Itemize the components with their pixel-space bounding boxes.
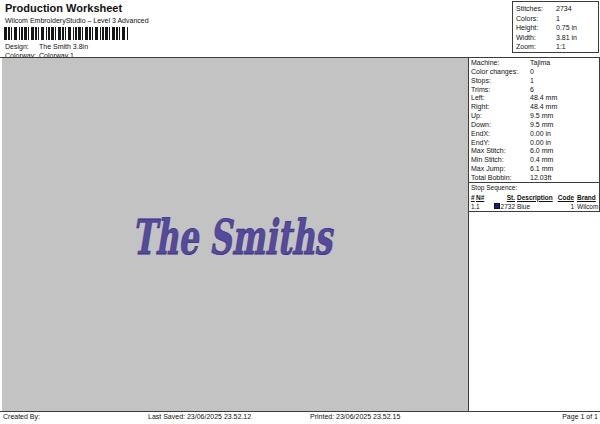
summary-label: Stitches:: [516, 4, 556, 14]
machine-label: Down:: [471, 121, 530, 130]
machine-value: 0.4 mm: [530, 156, 553, 163]
machine-row: Max Stitch:6.0 mm: [471, 147, 599, 156]
design-label: Design:: [5, 43, 39, 51]
design-name-row: Design:The Smith 3.8in: [5, 43, 88, 51]
summary-value: 0.75 in: [556, 24, 577, 31]
stop-description: Blue: [515, 202, 555, 211]
thread-color-swatch-icon: [494, 203, 500, 209]
machine-row: EndY:0.00 in: [471, 139, 599, 148]
machine-row: Max Jump:6.1 mm: [471, 165, 599, 174]
machine-value: 0: [530, 68, 534, 75]
stop-sequence-row: 1. 1 2732 Blue 1 Wilcom: [469, 202, 599, 211]
machine-row: Machine:Tajima: [471, 59, 599, 68]
stop-sequence-title: Stop Sequence:: [469, 184, 599, 193]
summary-value: 1:1: [556, 43, 566, 50]
machine-label: Left:: [471, 94, 530, 103]
stop-brand: Wilcom: [574, 202, 599, 211]
machine-value: 0.00 in: [530, 130, 551, 137]
summary-label: Colors:: [516, 14, 556, 24]
machine-value: 48.4 mm: [530, 94, 557, 101]
summary-label: Width:: [516, 33, 556, 43]
summary-row-stitches: Stitches:2734: [516, 4, 598, 14]
summary-row-width: Width:3.81 in: [516, 33, 598, 43]
page-title: Production Worksheet: [5, 2, 122, 14]
footer-last-saved: Last Saved: 23/06/2025 23.52.12: [148, 413, 251, 420]
machine-row: Left:48.4 mm: [471, 94, 599, 103]
stop-needle: 1: [476, 202, 489, 211]
machine-value: 6.0 mm: [530, 147, 553, 154]
summary-label: Height:: [516, 23, 556, 33]
machine-label: Total Bobbin:: [471, 174, 530, 183]
machine-row: Trims:6: [471, 86, 599, 95]
summary-row-zoom: Zoom:1:1: [516, 42, 598, 52]
summary-row-colors: Colors:1: [516, 14, 598, 24]
machine-row: Total Bobbin:12.03ft: [471, 174, 599, 183]
footer-divider: [0, 411, 600, 412]
machine-row: Min Stitch:0.4 mm: [471, 156, 599, 165]
machine-row: Right:48.4 mm: [471, 103, 599, 112]
embroidery-design-preview: The Smiths: [2, 58, 468, 411]
stop-num: 1.: [469, 202, 476, 211]
machine-row: Stops:1: [471, 77, 599, 86]
machine-label: Stops:: [471, 77, 530, 86]
machine-value: 6: [530, 86, 534, 93]
col-header-stitches: St.: [489, 193, 515, 202]
col-header-code: Code: [555, 193, 574, 202]
machine-row: EndX:0.00 in: [471, 130, 599, 139]
machine-label: Right:: [471, 103, 530, 112]
machine-value: 1: [530, 77, 534, 84]
machine-label: Max Stitch:: [471, 147, 530, 156]
summary-value: 2734: [556, 5, 572, 12]
machine-value: 12.03ft: [530, 174, 551, 181]
footer-page-number: Page 1 of 1: [562, 413, 598, 420]
machine-row: Down:9.5 mm: [471, 121, 599, 130]
machine-label: Min Stitch:: [471, 156, 530, 165]
barcode-icon: [4, 27, 128, 40]
machine-label: EndX:: [471, 130, 530, 139]
machine-value: 48.4 mm: [530, 103, 557, 110]
machine-value: 9.5 mm: [530, 112, 553, 119]
machine-value: 6.1 mm: [530, 165, 553, 172]
summary-row-height: Height:0.75 in: [516, 23, 598, 33]
stop-stitch-cell: 2732: [489, 202, 515, 211]
col-header-description: Description: [515, 193, 555, 202]
design-preview-canvas: The Smiths: [2, 58, 468, 411]
design-summary-box: Stitches:2734 Colors:1 Height:0.75 in Wi…: [512, 1, 599, 53]
machine-label: Up:: [471, 112, 530, 121]
machine-label: Trims:: [471, 86, 530, 95]
footer-printed: Printed: 23/06/2025 23.52.15: [310, 413, 400, 420]
app-version-subtitle: Wilcom EmbroideryStudio – Level 3 Advanc…: [5, 17, 149, 24]
machine-label: Max Jump:: [471, 165, 530, 174]
summary-label: Zoom:: [516, 42, 556, 52]
footer-created-by: Created By:: [3, 413, 40, 420]
stop-sequence-header-row: # N# St. Description Code Brand: [469, 193, 599, 202]
stop-code: 1: [555, 202, 574, 211]
machine-info-panel: Machine:Tajima Color changes:0 Stops:1 T…: [469, 58, 600, 183]
machine-row: Color changes:0: [471, 68, 599, 77]
machine-label: EndY:: [471, 139, 530, 148]
design-text: The Smiths: [132, 209, 334, 265]
machine-label: Machine:: [471, 59, 530, 68]
summary-value: 1: [556, 15, 560, 22]
stop-stitch-count: 2732: [501, 202, 515, 211]
col-header-brand: Brand: [574, 193, 599, 202]
design-value: The Smith 3.8in: [39, 43, 88, 50]
stop-sequence-panel: Stop Sequence: # N# St. Description Code…: [469, 183, 600, 212]
machine-value: Tajima: [530, 59, 550, 66]
col-header-num: #: [469, 193, 476, 202]
col-header-needle: N#: [476, 193, 489, 202]
machine-value: 9.5 mm: [530, 121, 553, 128]
machine-row: Up:9.5 mm: [471, 112, 599, 121]
machine-label: Color changes:: [471, 68, 530, 77]
machine-value: 0.00 in: [530, 139, 551, 146]
summary-value: 3.81 in: [556, 34, 577, 41]
